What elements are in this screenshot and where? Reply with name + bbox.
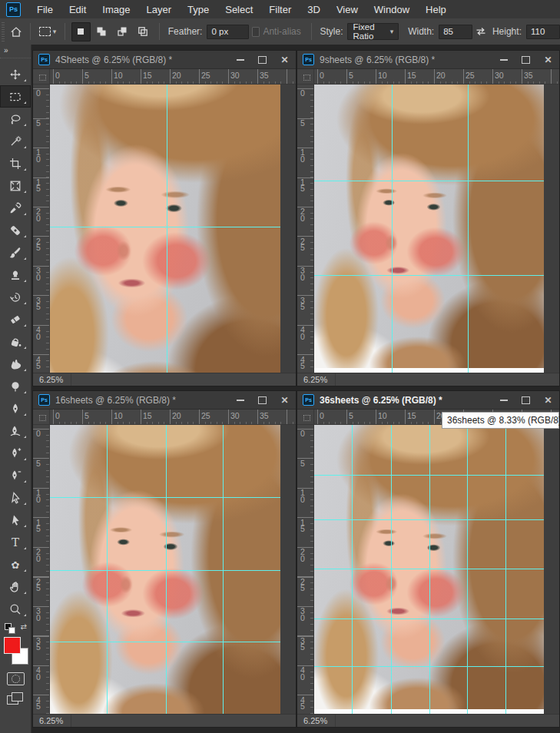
guide-vertical[interactable]: [107, 425, 108, 714]
style-select[interactable]: Fixed Ratio ▾: [347, 23, 399, 40]
quick-mask-button[interactable]: [7, 672, 25, 685]
swap-width-height-icon[interactable]: [472, 25, 489, 38]
move-tool[interactable]: [0, 63, 31, 85]
guide-vertical[interactable]: [467, 425, 468, 714]
canvas[interactable]: [50, 425, 296, 714]
canvas[interactable]: [314, 85, 559, 373]
vertical-ruler[interactable]: 051 01 52 02 53 03 54 04 5: [33, 425, 50, 714]
screen-mode-button[interactable]: [7, 692, 22, 704]
rectangular-marquee-tool[interactable]: [0, 85, 31, 108]
menu-item-3d[interactable]: 3D: [307, 4, 320, 15]
eraser-tool[interactable]: [0, 308, 31, 330]
maximize-icon[interactable]: [251, 391, 273, 409]
guide-vertical[interactable]: [223, 425, 224, 714]
menu-item-file[interactable]: File: [37, 4, 53, 15]
direct-selection-tool[interactable]: [0, 509, 31, 531]
vertical-ruler[interactable]: 051 01 52 02 53 03 54 04 5: [297, 85, 314, 373]
ruler-origin-box[interactable]: [33, 410, 50, 425]
close-icon[interactable]: ✕: [273, 391, 296, 409]
menu-item-image[interactable]: Image: [102, 4, 130, 15]
type-tool[interactable]: T: [0, 531, 31, 553]
guide-horizontal[interactable]: [314, 666, 544, 667]
guide-vertical[interactable]: [352, 425, 353, 714]
guide-vertical[interactable]: [468, 85, 469, 373]
close-icon[interactable]: ✕: [273, 51, 296, 68]
guide-horizontal[interactable]: [50, 570, 280, 571]
menu-item-edit[interactable]: Edit: [69, 4, 86, 15]
minimize-icon[interactable]: [229, 51, 251, 68]
new-selection-icon[interactable]: [71, 22, 91, 41]
guide-horizontal[interactable]: [50, 227, 280, 227]
feather-input[interactable]: [207, 25, 249, 39]
ruler-origin-box[interactable]: [297, 69, 314, 85]
guide-horizontal[interactable]: [314, 519, 544, 520]
zoom-level[interactable]: 6.25%: [297, 715, 336, 727]
guide-vertical[interactable]: [392, 85, 393, 373]
vertical-ruler[interactable]: 051 01 52 02 53 03 54 04 5: [33, 85, 50, 373]
height-input[interactable]: [526, 25, 560, 39]
horizontal-ruler[interactable]: 05101520253035: [314, 69, 559, 85]
canvas-image[interactable]: [314, 85, 544, 373]
path-selection-tool[interactable]: [0, 486, 31, 509]
zoom-level[interactable]: 6.25%: [33, 373, 71, 386]
menu-item-window[interactable]: Window: [374, 4, 409, 15]
guide-horizontal[interactable]: [314, 569, 544, 569]
swap-colors-icon[interactable]: ⇄: [21, 622, 27, 631]
custom-shape-tool[interactable]: ✿: [0, 553, 31, 575]
tool-preset-picker[interactable]: ▾: [36, 21, 59, 42]
vertical-ruler[interactable]: 051 01 52 02 53 03 54 04 5: [297, 425, 314, 714]
canvas[interactable]: [314, 425, 559, 714]
menu-item-layer[interactable]: Layer: [147, 4, 172, 15]
close-icon[interactable]: ✕: [537, 391, 559, 409]
magic-wand-tool[interactable]: [0, 130, 31, 152]
close-icon[interactable]: ✕: [537, 51, 559, 68]
guide-horizontal[interactable]: [50, 497, 280, 498]
guide-horizontal[interactable]: [314, 619, 544, 619]
options-grip[interactable]: [2, 22, 5, 41]
pen-tool[interactable]: [0, 397, 31, 420]
window-title-bar[interactable]: Ps 36sheets @ 6.25% (RGB/8) * ✕: [297, 391, 559, 410]
delete-anchor-point-tool[interactable]: [0, 464, 31, 486]
guide-horizontal[interactable]: [314, 275, 544, 276]
guide-vertical[interactable]: [505, 425, 506, 714]
zoom-level[interactable]: 6.25%: [297, 373, 336, 386]
curvature-pen-tool[interactable]: [0, 420, 31, 442]
zoom-tool[interactable]: [0, 598, 31, 620]
paint-bucket-tool[interactable]: [0, 330, 31, 353]
window-title-bar[interactable]: Ps 9sheets @ 6.25% (RGB/8) * ✕: [297, 51, 559, 69]
guide-horizontal[interactable]: [314, 475, 544, 476]
add-to-selection-icon[interactable]: [92, 22, 111, 41]
history-brush-tool[interactable]: [0, 286, 31, 308]
guide-horizontal[interactable]: [50, 642, 280, 642]
add-anchor-point-tool[interactable]: [0, 442, 31, 464]
eyedropper-tool[interactable]: [0, 197, 31, 219]
frame-tool[interactable]: [0, 174, 31, 197]
crop-tool[interactable]: [0, 152, 31, 174]
dodge-tool[interactable]: [0, 375, 31, 397]
guide-vertical[interactable]: [166, 425, 167, 714]
maximize-icon[interactable]: [251, 51, 273, 68]
menu-item-type[interactable]: Type: [187, 4, 209, 15]
subtract-from-selection-icon[interactable]: [113, 22, 132, 41]
spot-healing-brush-tool[interactable]: [0, 219, 31, 241]
lasso-tool[interactable]: [0, 108, 31, 130]
zoom-level[interactable]: 6.25%: [33, 715, 71, 727]
foreground-color-swatch[interactable]: [4, 637, 21, 654]
horizontal-ruler[interactable]: 05101520253035: [50, 69, 296, 85]
guide-vertical[interactable]: [429, 425, 430, 714]
hand-tool[interactable]: [0, 575, 31, 598]
minimize-icon[interactable]: [229, 391, 251, 409]
menu-item-filter[interactable]: Filter: [269, 4, 291, 15]
menu-item-help[interactable]: Help: [426, 4, 446, 15]
home-icon[interactable]: [8, 21, 25, 42]
anti-alias-checkbox[interactable]: [252, 27, 260, 37]
horizontal-ruler[interactable]: 05101520253035: [50, 410, 296, 425]
ruler-origin-box[interactable]: [33, 69, 50, 85]
window-title-bar[interactable]: Ps 16sheets @ 6.25% (RGB/8) * ✕: [33, 391, 296, 410]
smudge-tool[interactable]: [0, 353, 31, 375]
clone-stamp-tool[interactable]: [0, 264, 31, 286]
collapse-panel-icon[interactable]: »: [0, 45, 31, 58]
guide-vertical[interactable]: [391, 425, 392, 714]
canvas-image[interactable]: [50, 85, 280, 373]
canvas[interactable]: [50, 85, 296, 373]
